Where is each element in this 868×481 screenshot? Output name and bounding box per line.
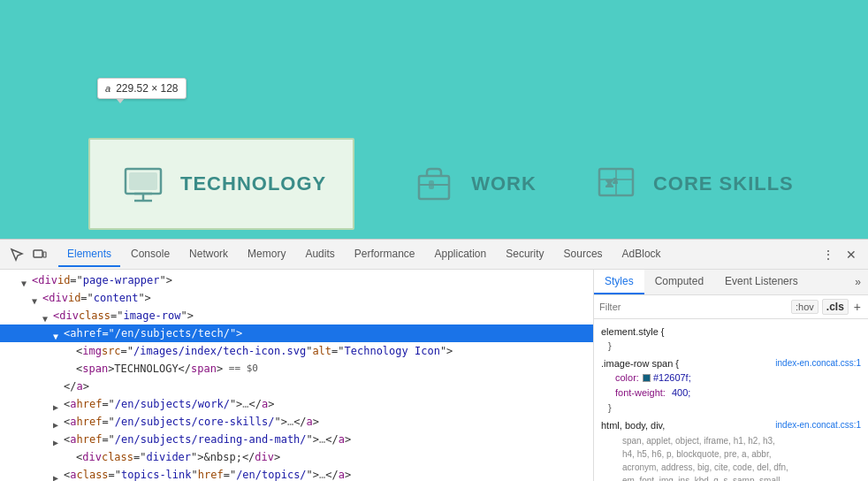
work-icon-item[interactable]: WORK [407, 157, 537, 210]
styles-content: element.style { } .image-row span { inde… [594, 319, 868, 481]
svg-rect-14 [43, 252, 46, 257]
core-skills-icon-box: x² [590, 157, 643, 210]
tab-console[interactable]: Console [122, 242, 179, 267]
rule-prop-color: color: #12607f; [601, 370, 861, 386]
styles-tab-computed[interactable]: Computed [644, 270, 714, 294]
devtools-toolbar-more: ⋮ ✕ [819, 245, 861, 264]
work-icon [412, 162, 456, 206]
styles-filter-input[interactable] [599, 302, 788, 312]
technology-icon-box [117, 157, 170, 210]
element-line-div-page-wrapper[interactable]: ▼ <div id="page-wrapper"> [0, 271, 593, 289]
tab-network[interactable]: Network [180, 242, 237, 267]
devtools-panel: Elements Console Network Memory Audits P… [0, 239, 868, 481]
styles-tabs: Styles Computed Event Listeners » [594, 270, 868, 295]
inspect-element-button[interactable] [7, 245, 27, 264]
element-tooltip: a 229.52 × 128 [97, 78, 187, 99]
color-swatch-box[interactable] [643, 374, 651, 382]
style-rule-element: element.style { } [594, 323, 868, 355]
filter-class-button[interactable]: .cls [822, 299, 849, 315]
more-tabs-button[interactable]: ⋮ [819, 245, 838, 264]
technology-icon [121, 162, 165, 206]
tooltip-tag: a [105, 83, 110, 94]
technology-label: TECHNOLOGY [180, 172, 326, 195]
tab-performance[interactable]: Performance [346, 242, 424, 267]
tab-security[interactable]: Security [497, 242, 552, 267]
rule-selector-element: element.style { [601, 324, 861, 339]
triangle-icon[interactable]: ▼ [42, 311, 51, 320]
page-preview-area: a 229.52 × 128 TECHNOLOGY [0, 0, 868, 239]
element-line-a-topics[interactable]: ▶ <a class="topics-link" href="/en/topic… [0, 466, 593, 481]
triangle-icon[interactable]: ▶ [53, 470, 62, 479]
element-line-close-a[interactable]: ▶ </a> [0, 378, 593, 395]
element-line-div-image-row[interactable]: ▼ <div class="image-row"> [0, 307, 593, 324]
icons-row: TECHNOLOGY WORK x² [88, 138, 794, 230]
rule-source-link-2[interactable]: index-en.concat.css:1 [775, 418, 861, 432]
triangle-icon[interactable]: ▶ [53, 435, 62, 444]
elements-panel: ▼ <div id="page-wrapper"> ▼ <div id="con… [0, 270, 594, 481]
rule-selector-html-body: html, body, div, index-en.concat.css:1 [601, 418, 861, 432]
devtools-toolbar: Elements Console Network Memory Audits P… [0, 240, 868, 270]
core-skills-label: CORE SKILLS [653, 172, 794, 195]
styles-tab-styles[interactable]: Styles [594, 270, 644, 294]
work-label: WORK [471, 172, 537, 195]
rule-prop-font-weight: font-weight: 400; [601, 386, 861, 401]
close-devtools-button[interactable]: ✕ [841, 245, 861, 264]
triangle-icon[interactable]: ▼ [21, 276, 30, 285]
tab-sources[interactable]: Sources [555, 242, 612, 267]
style-rule-html-body: html, body, div, index-en.concat.css:1 s… [594, 416, 868, 481]
element-line-a-reading[interactable]: ▶ <a href="/en/subjects/reading-and-math… [0, 431, 593, 448]
devtools-main-content: ▼ <div id="page-wrapper"> ▼ <div id="con… [0, 270, 868, 481]
element-line-a-tech[interactable]: ▼ <a href="/en/subjects/tech/"> [0, 324, 593, 342]
rule-source-link[interactable]: index-en.concat.css:1 [775, 356, 861, 370]
tooltip-dimensions: 229.52 × 128 [116, 82, 178, 95]
style-rule-image-row-span: .image-row span { index-en.concat.css:1 … [594, 355, 868, 416]
rule-selector-image-row: .image-row span { index-en.concat.css:1 [601, 356, 861, 370]
rule-selector-continued: span, applet, object, iframe, h1, h2, h3… [601, 432, 861, 481]
styles-filter-row: :hov .cls + [594, 295, 868, 319]
triangle-icon[interactable]: ▶ [53, 417, 62, 426]
technology-icon-item[interactable]: TECHNOLOGY [88, 138, 354, 230]
element-line-a-core[interactable]: ▶ <a href="/en/subjects/core-skills/">…<… [0, 413, 593, 431]
svg-rect-7 [430, 181, 433, 188]
element-line-a-work[interactable]: ▶ <a href="/en/subjects/work/">…</a> [0, 395, 593, 413]
core-skills-icon: x² [594, 162, 638, 206]
tab-audits[interactable]: Audits [296, 242, 343, 267]
triangle-icon[interactable]: ▼ [32, 294, 41, 302]
core-skills-icon-item[interactable]: x² CORE SKILLS [590, 157, 794, 210]
element-line-div-divider[interactable]: ▶ <div class="divider">&nbsp;</div> [0, 448, 593, 466]
tab-adblock[interactable]: AdBlock [613, 242, 670, 267]
element-line-img[interactable]: ▶ <img src="/images/index/tech-icon.svg"… [0, 342, 593, 360]
element-line-span[interactable]: ▶ <span>TECHNOLOGY</span> == $0 [0, 360, 593, 378]
tab-memory[interactable]: Memory [239, 242, 294, 267]
filter-add-button[interactable]: + [852, 300, 863, 314]
filter-pseudo-button[interactable]: :hov [791, 300, 819, 314]
triangle-icon[interactable]: ▶ [53, 400, 62, 408]
triangle-icon[interactable]: ▼ [53, 329, 62, 338]
tab-application[interactable]: Application [425, 242, 495, 267]
work-icon-box [407, 157, 461, 210]
svg-rect-13 [34, 250, 42, 257]
device-toggle-button[interactable] [30, 245, 49, 264]
svg-rect-4 [130, 173, 156, 189]
styles-tab-more[interactable]: » [848, 272, 868, 292]
tab-elements[interactable]: Elements [58, 242, 120, 267]
devtools-inspect-icons [7, 245, 49, 264]
styles-panel: Styles Computed Event Listeners » :hov .… [594, 270, 868, 481]
element-line-div-content[interactable]: ▼ <div id="content"> [0, 289, 593, 307]
styles-tab-event-listeners[interactable]: Event Listeners [714, 270, 809, 294]
